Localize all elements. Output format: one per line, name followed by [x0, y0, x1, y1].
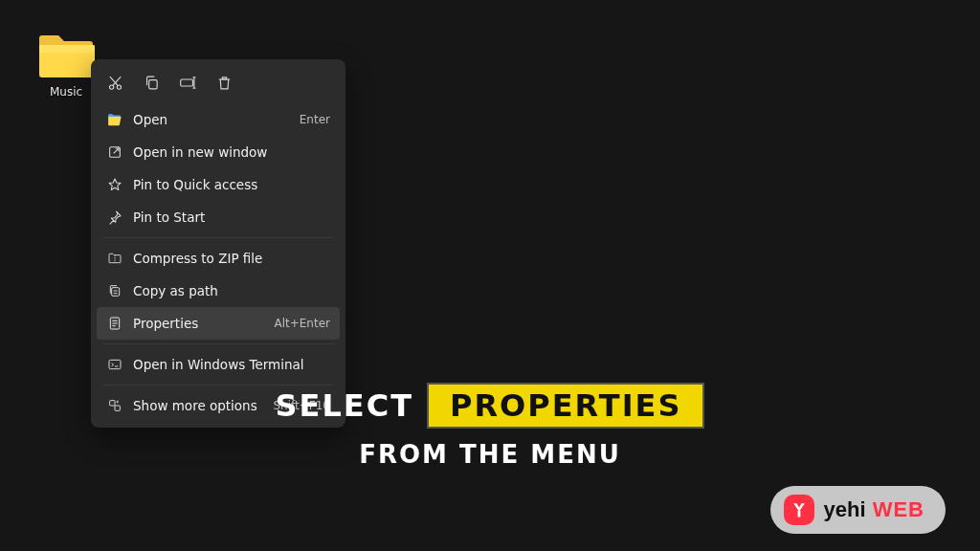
menu-item-label: Open: [133, 112, 289, 127]
svg-rect-7: [109, 360, 121, 368]
menu-item-open-terminal[interactable]: Open in Windows Terminal: [97, 348, 340, 381]
menu-item-pin-start[interactable]: Pin to Start: [97, 201, 340, 233]
logo-mark-icon: [784, 495, 814, 525]
caption-tail: FROM THE MENU: [0, 440, 980, 469]
logo-text-a: yehi: [824, 497, 866, 521]
context-menu: Open Enter Open in new window Pin to Qui…: [91, 59, 345, 428]
caption-lead: SELECT: [276, 387, 413, 424]
new-window-icon: [106, 144, 122, 161]
svg-point-0: [109, 84, 113, 88]
menu-item-label: Open in new window: [133, 144, 330, 160]
pin-icon: [106, 209, 122, 226]
menu-item-label: Copy as path: [133, 283, 330, 298]
menu-item-copy-path[interactable]: Copy as path: [97, 275, 340, 307]
svg-rect-3: [180, 78, 192, 85]
menu-item-accel: Alt+Enter: [274, 317, 330, 330]
logo-text: yehi WEB: [824, 497, 924, 522]
menu-item-label: Properties: [133, 316, 263, 331]
terminal-icon: [106, 357, 122, 373]
menu-item-accel: Enter: [300, 113, 330, 126]
star-icon: [106, 177, 122, 193]
menu-item-label: Pin to Start: [133, 209, 330, 225]
menu-item-pin-quick-access[interactable]: Pin to Quick access: [97, 168, 340, 201]
svg-rect-5: [111, 288, 119, 297]
menu-item-label: Pin to Quick access: [133, 177, 330, 192]
menu-item-label: Compress to ZIP file: [133, 251, 330, 266]
context-menu-icon-bar: [97, 65, 340, 103]
caption-highlight: PROPERTIES: [429, 385, 702, 427]
delete-icon[interactable]: [208, 67, 240, 98]
properties-icon: [106, 316, 122, 332]
menu-divider: [102, 343, 334, 344]
zip-icon: [106, 251, 122, 267]
logo-text-b: WEB: [866, 497, 924, 521]
menu-divider: [102, 237, 334, 238]
menu-item-label: Open in Windows Terminal: [133, 357, 330, 372]
open-folder-icon: [106, 112, 122, 128]
logo-pill: yehi WEB: [770, 486, 946, 534]
menu-item-open-new-window[interactable]: Open in new window: [97, 136, 340, 168]
copy-icon[interactable]: [135, 67, 167, 98]
svg-rect-2: [148, 79, 157, 88]
rename-icon[interactable]: [171, 67, 204, 98]
instruction-caption: SELECT PROPERTIES FROM THE MENU: [0, 383, 980, 469]
cut-icon[interactable]: [99, 67, 131, 98]
menu-item-open[interactable]: Open Enter: [97, 103, 340, 136]
menu-item-properties[interactable]: Properties Alt+Enter: [97, 307, 340, 340]
caption-highlight-box: PROPERTIES: [427, 383, 704, 429]
svg-rect-10: [797, 511, 800, 518]
svg-point-1: [117, 84, 121, 88]
copy-path-icon: [106, 283, 122, 299]
folder-icon: [37, 33, 95, 79]
menu-item-compress-zip[interactable]: Compress to ZIP file: [97, 242, 340, 275]
